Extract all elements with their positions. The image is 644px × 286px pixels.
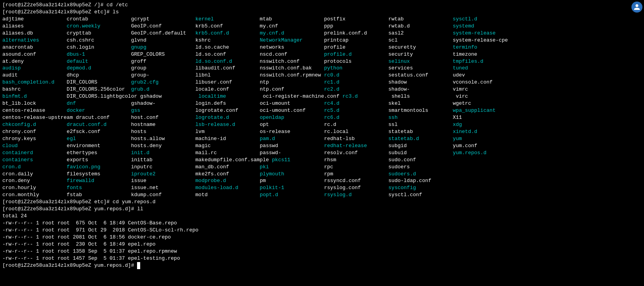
- total-line: total 24: [2, 213, 642, 220]
- cmd-line-2: [root@iZ2ze58ua3z14zlx89up5eZ etc]# ls: [2, 9, 642, 16]
- ls-output: adjtime crontab gcrypt kernel mtab postf…: [2, 16, 642, 199]
- terminal-window: [root@iZ2ze58ua3z14zlx89up5eZ /]# cd /et…: [0, 0, 644, 286]
- file-line-4: -rw-r--r-- 1 root root 230 Oct 6 18:49 e…: [2, 241, 642, 248]
- cmd-line-1: [root@iZ2ze58ua3z14zlx89up5eZ /]# cd /et…: [2, 2, 642, 9]
- file-line-2: -rw-r--r-- 1 root root 971 Oct 29 2018 C…: [2, 227, 642, 234]
- file-line-3: -rw-r--r-- 1 root root 2081 Oct 6 18:56 …: [2, 234, 642, 241]
- cmd-line-3: [root@iZ2ze58ua3z14zlx89up5eZ etc]# cd y…: [2, 199, 642, 206]
- avatar-icon: [631, 2, 642, 13]
- file-line-6: -rw-r--r-- 1 root root 1457 Sep 5 01:37 …: [2, 255, 642, 262]
- cmd-line-4: [root@iZ2ze58ua3z14zlx89up5eZ yum.repos.…: [2, 206, 642, 213]
- final-prompt[interactable]: [root@iZ2ze58ua3z14zlx89up5eZ yum.repos.…: [2, 262, 642, 269]
- file-line-1: -rw-r--r-- 1 root root 675 Oct 6 18:49 C…: [2, 220, 642, 227]
- file-line-5: -rw-r--r-- 1 root root 1358 Sep 5 01:37 …: [2, 248, 642, 255]
